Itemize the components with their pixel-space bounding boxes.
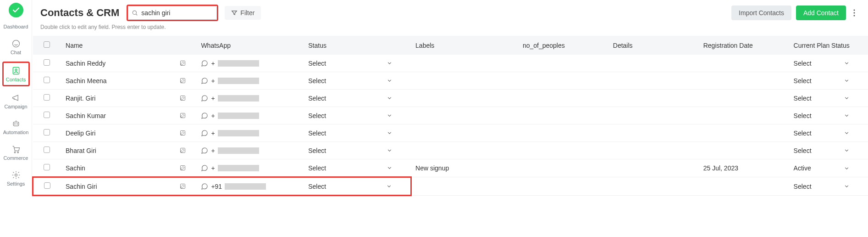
registration-date-value[interactable]: 25 Jul, 2023: [703, 164, 738, 172]
edit-icon[interactable]: [179, 60, 186, 67]
more-menu-button[interactable]: [849, 6, 860, 19]
edit-icon[interactable]: [179, 183, 186, 190]
col-name[interactable]: Name: [61, 36, 196, 55]
col-registration-date[interactable]: Registration Date: [699, 36, 789, 55]
status-select[interactable]: Select: [308, 77, 406, 85]
phone-prefix[interactable]: +: [211, 112, 215, 119]
search-input[interactable]: [128, 6, 217, 20]
col-no-of-peoples[interactable]: no_of_peoples: [518, 36, 608, 55]
phone-prefix[interactable]: +: [211, 130, 215, 137]
status-value: Select: [308, 77, 326, 85]
status-select[interactable]: Select: [308, 183, 405, 190]
status-select[interactable]: Select: [308, 130, 406, 137]
plan-select[interactable]: Select: [794, 183, 863, 190]
status-select[interactable]: Select: [308, 95, 406, 102]
col-status[interactable]: Status: [304, 36, 411, 55]
phone-prefix[interactable]: +91: [211, 183, 222, 190]
row-checkbox[interactable]: [44, 59, 50, 66]
import-contacts-button[interactable]: Import Contacts: [731, 6, 791, 20]
chevron-down-icon: [387, 60, 393, 66]
contact-name[interactable]: Sachin Meena: [66, 77, 107, 85]
filter-label: Filter: [240, 9, 254, 17]
contact-name[interactable]: Sachin: [66, 164, 85, 172]
contact-name[interactable]: Sachin Reddy: [66, 60, 105, 67]
table-row: Sachin Reddy+SelectSelect: [33, 55, 868, 72]
edit-icon[interactable]: [179, 164, 186, 171]
row-checkbox[interactable]: [44, 164, 50, 170]
header: Contacts & CRM Filter Import Contacts Ad…: [32, 0, 868, 22]
status-select[interactable]: Select: [308, 147, 406, 154]
table-row: Sachin Meena+SelectSelect: [33, 72, 868, 90]
row-checkbox[interactable]: [44, 94, 50, 101]
chevron-down-icon: [844, 95, 850, 101]
edit-icon[interactable]: [179, 130, 186, 136]
phone-prefix[interactable]: +: [211, 95, 215, 102]
row-checkbox[interactable]: [44, 77, 50, 83]
nav-campaign[interactable]: Campaign: [2, 90, 30, 112]
contact-name[interactable]: Deelip Giri: [66, 130, 95, 137]
svg-point-12: [854, 15, 855, 17]
nav-chat[interactable]: Chat: [2, 36, 30, 58]
contact-name[interactable]: Bharat Giri: [66, 147, 96, 154]
chevron-down-icon: [844, 130, 850, 136]
col-whatsapp[interactable]: WhatsApp: [196, 36, 304, 55]
svg-point-10: [854, 10, 855, 11]
gear-icon: [11, 170, 21, 180]
whatsapp-icon: [201, 164, 208, 172]
phone-prefix[interactable]: +: [211, 164, 215, 172]
contact-name[interactable]: Sachin Giri: [66, 183, 97, 190]
nav-commerce[interactable]: Commerce: [2, 141, 30, 164]
phone-prefix[interactable]: +: [211, 60, 215, 67]
megaphone-icon: [11, 93, 21, 103]
add-contact-button[interactable]: Add Contact: [796, 6, 846, 20]
table-row: Sachin+SelectNew signup25 Jul, 2023Activ…: [33, 159, 868, 177]
plan-select[interactable]: Select: [794, 60, 863, 67]
table-row: Bharat Giri+SelectSelect: [33, 142, 868, 159]
phone-redacted: [225, 183, 266, 190]
nav-automation[interactable]: Automation: [2, 116, 30, 138]
contact-name[interactable]: Ranjit. Giri: [66, 95, 95, 102]
plan-value: Select: [794, 147, 812, 154]
status-value: Select: [308, 130, 326, 137]
svg-point-5: [17, 124, 17, 124]
plan-select[interactable]: Select: [794, 130, 863, 137]
row-checkbox[interactable]: [44, 147, 50, 153]
plan-select[interactable]: Select: [794, 147, 863, 154]
chevron-down-icon: [387, 95, 393, 101]
phone-prefix[interactable]: +: [211, 77, 215, 85]
select-all-checkbox[interactable]: [44, 41, 50, 48]
filter-button[interactable]: Filter: [225, 6, 261, 20]
row-checkbox[interactable]: [44, 129, 50, 135]
row-checkbox[interactable]: [44, 112, 50, 118]
chevron-down-icon: [844, 165, 850, 171]
row-checkbox[interactable]: [44, 182, 50, 189]
main: Contacts & CRM Filter Import Contacts Ad…: [32, 0, 868, 196]
edit-icon[interactable]: [179, 95, 186, 102]
nav-dashboard[interactable]: Dashboard: [2, 21, 30, 32]
edit-icon[interactable]: [179, 77, 186, 84]
plan-value: Select: [794, 112, 812, 119]
plan-value: Select: [794, 95, 812, 102]
status-select[interactable]: Select: [308, 164, 406, 172]
nav-contacts[interactable]: Contacts: [2, 62, 30, 86]
labels-value[interactable]: New signup: [415, 164, 449, 172]
status-value: Select: [308, 112, 326, 119]
plan-select[interactable]: Active: [794, 164, 863, 172]
table-row: Deelip Giri+SelectSelect: [33, 124, 868, 142]
plan-select[interactable]: Select: [794, 95, 863, 102]
nav-settings[interactable]: Settings: [2, 167, 30, 189]
edit-icon[interactable]: [179, 147, 186, 154]
svg-point-7: [17, 152, 18, 153]
phone-prefix[interactable]: +: [211, 147, 215, 154]
plan-select[interactable]: Select: [794, 77, 863, 85]
contacts-table: Name WhatsApp Status Labels no_of_people…: [32, 36, 868, 196]
col-current-plan-status[interactable]: Current Plan Status: [789, 36, 868, 55]
status-select[interactable]: Select: [308, 112, 406, 119]
contact-name[interactable]: Sachin Kumar: [66, 112, 106, 119]
col-labels[interactable]: Labels: [411, 36, 518, 55]
plan-select[interactable]: Select: [794, 112, 863, 119]
status-select[interactable]: Select: [308, 60, 406, 67]
col-details[interactable]: Details: [608, 36, 699, 55]
edit-icon[interactable]: [179, 112, 186, 119]
plan-value: Active: [794, 164, 811, 172]
